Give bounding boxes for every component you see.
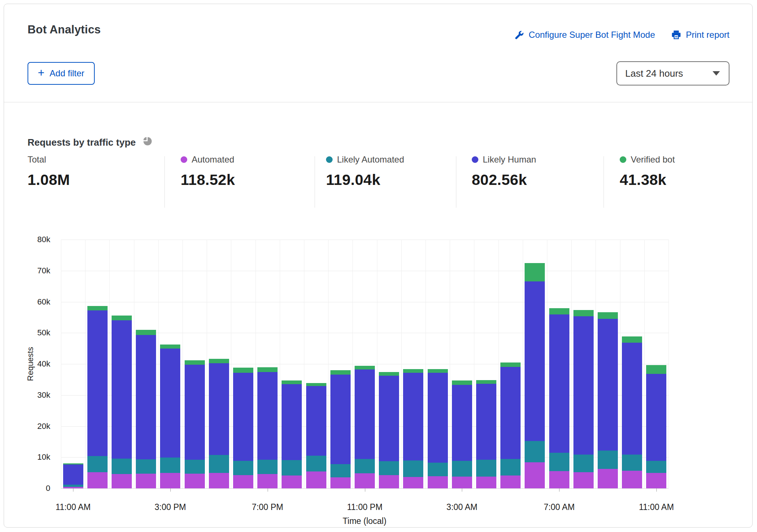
bar-segment-automated[interactable] bbox=[330, 477, 351, 489]
bar-segment-automated[interactable] bbox=[282, 475, 302, 488]
bar-segment-verified-bot[interactable] bbox=[209, 359, 229, 364]
print-report-link[interactable]: Print report bbox=[671, 30, 729, 40]
bar-segment-likely-human[interactable] bbox=[160, 349, 180, 458]
bar[interactable] bbox=[61, 463, 85, 488]
bar[interactable] bbox=[474, 380, 498, 488]
bar-segment-likely-automated[interactable] bbox=[549, 453, 569, 471]
bar-segment-likely-human[interactable] bbox=[500, 367, 521, 459]
stat-verified-bot[interactable]: Verified bot 41.38k bbox=[620, 154, 675, 189]
bar[interactable] bbox=[207, 359, 231, 488]
bar-segment-likely-human[interactable] bbox=[306, 386, 326, 456]
bar-segment-likely-automated[interactable] bbox=[330, 464, 351, 477]
bar-segment-likely-human[interactable] bbox=[257, 372, 278, 460]
bar[interactable] bbox=[499, 362, 523, 488]
bar-segment-likely-automated[interactable] bbox=[209, 455, 229, 473]
bar-segment-verified-bot[interactable] bbox=[452, 380, 472, 385]
bar-segment-likely-human[interactable] bbox=[233, 373, 253, 461]
bar[interactable] bbox=[571, 310, 595, 488]
bar-segment-automated[interactable] bbox=[257, 474, 278, 488]
bar-segment-verified-bot[interactable] bbox=[525, 263, 545, 281]
bar-segment-likely-automated[interactable] bbox=[233, 461, 253, 475]
bar-segment-likely-automated[interactable] bbox=[428, 463, 448, 476]
bar-segment-automated[interactable] bbox=[525, 462, 545, 488]
bar[interactable] bbox=[158, 345, 182, 488]
bar-segment-verified-bot[interactable] bbox=[500, 362, 521, 367]
bar-segment-verified-bot[interactable] bbox=[136, 330, 156, 335]
bar-segment-automated[interactable] bbox=[452, 477, 472, 488]
bar-segment-verified-bot[interactable] bbox=[355, 366, 375, 369]
bar-segment-likely-automated[interactable] bbox=[476, 460, 496, 477]
bar[interactable] bbox=[595, 312, 620, 488]
bar-segment-verified-bot[interactable] bbox=[306, 383, 326, 386]
bar-segment-automated[interactable] bbox=[500, 475, 521, 488]
bar-segment-automated[interactable] bbox=[646, 473, 666, 488]
bar-segment-verified-bot[interactable] bbox=[185, 360, 205, 365]
bar-segment-likely-human[interactable] bbox=[476, 384, 496, 460]
bar-segment-likely-human[interactable] bbox=[452, 385, 472, 461]
bar-segment-automated[interactable] bbox=[476, 477, 496, 488]
bar-segment-verified-bot[interactable] bbox=[476, 380, 496, 384]
bar[interactable] bbox=[620, 336, 644, 488]
bar-segment-likely-human[interactable] bbox=[209, 363, 229, 455]
bar-segment-automated[interactable] bbox=[306, 471, 326, 488]
bar-segment-likely-automated[interactable] bbox=[112, 459, 132, 474]
bar-segment-likely-automated[interactable] bbox=[573, 455, 594, 472]
bar[interactable] bbox=[547, 308, 571, 488]
bar-segment-verified-bot[interactable] bbox=[87, 306, 108, 310]
bar-segment-automated[interactable] bbox=[136, 474, 156, 488]
bar-segment-automated[interactable] bbox=[355, 473, 375, 488]
bar-segment-likely-human[interactable] bbox=[598, 319, 618, 450]
bar[interactable] bbox=[134, 330, 158, 488]
bar-segment-verified-bot[interactable] bbox=[233, 368, 253, 373]
bar-segment-verified-bot[interactable] bbox=[330, 370, 351, 375]
bar-segment-likely-human[interactable] bbox=[136, 335, 156, 459]
bar-segment-verified-bot[interactable] bbox=[112, 316, 132, 321]
bar-segment-likely-automated[interactable] bbox=[403, 460, 423, 477]
bar-segment-automated[interactable] bbox=[428, 476, 448, 488]
bar-segment-likely-human[interactable] bbox=[622, 343, 642, 455]
bar-segment-likely-automated[interactable] bbox=[257, 460, 278, 474]
bar-segment-verified-bot[interactable] bbox=[428, 369, 448, 373]
bar-segment-automated[interactable] bbox=[573, 472, 594, 488]
bar-segment-likely-automated[interactable] bbox=[525, 441, 545, 462]
bar-segment-likely-automated[interactable] bbox=[622, 455, 642, 471]
bar-segment-likely-automated[interactable] bbox=[136, 459, 156, 474]
time-range-select[interactable]: Last 24 hours bbox=[616, 61, 729, 85]
bar-segment-likely-human[interactable] bbox=[282, 384, 302, 460]
bar[interactable] bbox=[85, 306, 109, 488]
bar-segment-automated[interactable] bbox=[549, 471, 569, 488]
bar-segment-automated[interactable] bbox=[160, 473, 180, 488]
configure-super-bot-fight-mode-link[interactable]: Configure Super Bot Fight Mode bbox=[514, 30, 655, 40]
bar-segment-likely-human[interactable] bbox=[549, 314, 569, 452]
stat-likely-automated[interactable]: Likely Automated 119.04k bbox=[326, 154, 404, 189]
bar[interactable] bbox=[109, 316, 134, 488]
bar-segment-verified-bot[interactable] bbox=[282, 380, 302, 384]
pie-chart-icon[interactable] bbox=[142, 135, 153, 150]
bar[interactable] bbox=[425, 369, 450, 488]
bar-segment-verified-bot[interactable] bbox=[549, 308, 569, 314]
bar[interactable] bbox=[450, 380, 474, 488]
bar-segment-likely-human[interactable] bbox=[379, 376, 399, 461]
bar-segment-verified-bot[interactable] bbox=[598, 312, 618, 319]
bar[interactable] bbox=[352, 366, 377, 488]
stat-automated[interactable]: Automated 118.52k bbox=[181, 154, 235, 189]
bar-segment-verified-bot[interactable] bbox=[257, 367, 278, 372]
bar[interactable] bbox=[401, 369, 425, 488]
bar-segment-automated[interactable] bbox=[379, 475, 399, 488]
bar-segment-likely-human[interactable] bbox=[112, 320, 132, 458]
bar[interactable] bbox=[328, 370, 352, 488]
bar-segment-verified-bot[interactable] bbox=[160, 345, 180, 349]
bar-segment-likely-automated[interactable] bbox=[598, 451, 618, 469]
bar-segment-verified-bot[interactable] bbox=[573, 310, 594, 317]
bar-segment-verified-bot[interactable] bbox=[379, 372, 399, 376]
add-filter-button[interactable]: + Add filter bbox=[28, 62, 95, 85]
bar[interactable] bbox=[644, 365, 669, 488]
bar-segment-likely-automated[interactable] bbox=[306, 456, 326, 471]
stat-likely-human[interactable]: Likely Human 802.56k bbox=[472, 154, 536, 189]
bar-segment-verified-bot[interactable] bbox=[622, 336, 642, 343]
bar[interactable] bbox=[377, 372, 401, 488]
bar[interactable] bbox=[304, 383, 328, 488]
bar-segment-likely-automated[interactable] bbox=[185, 460, 205, 474]
bar-segment-likely-human[interactable] bbox=[646, 374, 666, 460]
bar-segment-likely-human[interactable] bbox=[87, 310, 108, 456]
